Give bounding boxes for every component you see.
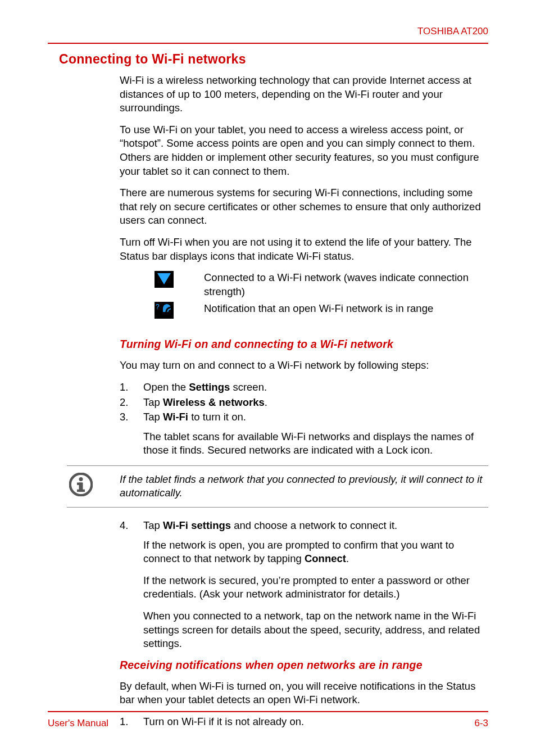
- para: There are numerous systems for securing …: [120, 186, 488, 228]
- page-footer: User's Manual 6-3: [48, 711, 488, 729]
- status-icon-table: Connected to a Wi-Fi network (waves indi…: [120, 271, 488, 321]
- step-text: to turn it on.: [188, 411, 246, 423]
- page-number: 6-3: [474, 718, 488, 729]
- svg-rect-4: [77, 490, 85, 492]
- note-callout: If the tablet finds a network that you c…: [67, 465, 488, 508]
- step-number: 3.: [120, 410, 143, 424]
- step-list: 1. Open the Settings screen. 2. Tap Wire…: [120, 381, 488, 424]
- para: Turn off Wi-Fi when you are not using it…: [120, 236, 488, 263]
- step-subtext: When you connected to a network, tap on …: [143, 609, 488, 651]
- list-item: 4. Tap Wi-Fi settings and choose a netwo…: [120, 519, 488, 533]
- step-number: 4.: [120, 519, 143, 533]
- status-icon-cell: [120, 271, 204, 290]
- step-subtext: If the network is secured, you’re prompt…: [143, 574, 488, 601]
- step-text: Tap: [143, 411, 163, 423]
- bottom-rule: [48, 711, 488, 712]
- step-text: Tap: [143, 396, 163, 408]
- step-number: 1.: [120, 381, 143, 395]
- svg-rect-3: [77, 482, 82, 485]
- status-desc: Connected to a Wi-Fi network (waves indi…: [204, 271, 488, 298]
- para: By default, when Wi-Fi is turned on, you…: [120, 680, 488, 707]
- status-row: Notification that an open Wi-Fi network …: [120, 302, 488, 321]
- step-bold: Wi-Fi settings: [163, 519, 231, 531]
- list-item: 2. Tap Wireless & networks.: [120, 396, 488, 410]
- step-bold: Wi-Fi: [163, 411, 188, 423]
- footer-left: User's Manual: [48, 718, 108, 729]
- svg-point-1: [79, 477, 83, 481]
- step-text: and choose a network to connect it.: [231, 519, 397, 531]
- para: To use Wi-Fi on your tablet, you need to…: [120, 123, 488, 178]
- step-text: Tap: [143, 519, 163, 531]
- step-bold: Wireless & networks: [163, 396, 265, 408]
- subheading-turning-wifi-on: Turning Wi-Fi on and connecting to a Wi-…: [120, 338, 488, 351]
- para: You may turn on and connect to a Wi-Fi n…: [120, 359, 488, 373]
- para: Wi-Fi is a wireless networking technolog…: [120, 74, 488, 115]
- wifi-connected-icon: [155, 271, 174, 288]
- note-text: If the tablet finds a network that you c…: [120, 473, 488, 500]
- header-brand: TOSHIBA AT200: [48, 26, 488, 37]
- list-item: 1. Open the Settings screen.: [120, 381, 488, 395]
- subheading-notifications: Receiving notifications when open networ…: [120, 659, 488, 672]
- status-icon-cell: [120, 302, 204, 321]
- info-icon: [67, 473, 120, 499]
- step-text: screen.: [230, 381, 267, 393]
- step-subtext: The tablet scans for available Wi-Fi net…: [143, 430, 488, 458]
- status-desc: Notification that an open Wi-Fi network …: [204, 302, 488, 316]
- step-list: 4. Tap Wi-Fi settings and choose a netwo…: [120, 519, 488, 533]
- top-rule: [48, 43, 488, 44]
- step-number: 2.: [120, 396, 143, 410]
- step-text: .: [265, 396, 267, 408]
- step-bold: Settings: [189, 381, 230, 393]
- section-title: Connecting to Wi-Fi networks: [59, 52, 488, 67]
- open-wifi-available-icon: [155, 302, 174, 319]
- list-item: 3. Tap Wi-Fi to turn it on.: [120, 410, 488, 424]
- step-subtext: If the network is open, you are prompted…: [143, 538, 488, 566]
- status-row: Connected to a Wi-Fi network (waves indi…: [120, 271, 488, 298]
- step-text: Open the: [143, 381, 189, 393]
